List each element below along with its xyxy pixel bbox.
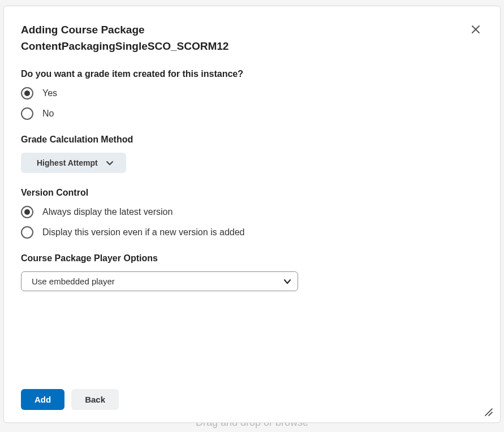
chevron-down-icon (106, 159, 114, 167)
modal-footer: Add Back (21, 378, 483, 410)
svg-line-2 (485, 409, 492, 416)
player-options-label: Course Package Player Options (21, 253, 483, 263)
radio-label: No (42, 109, 54, 119)
modal-title: Adding Course Package ContentPackagingSi… (21, 22, 229, 54)
radio-icon (21, 87, 33, 100)
radio-label: Yes (42, 88, 57, 98)
svg-line-3 (489, 412, 492, 416)
version-latest-radio[interactable]: Always display the latest version (21, 206, 483, 218)
radio-icon (21, 226, 33, 239)
modal-header: Adding Course Package ContentPackagingSi… (21, 22, 483, 54)
grade-item-yes-radio[interactable]: Yes (21, 87, 483, 100)
player-options-select-wrap: Use embedded player (21, 271, 298, 291)
radio-label: Always display the latest version (42, 207, 173, 217)
player-options-section: Course Package Player Options Use embedd… (21, 253, 483, 291)
modal-title-line2: ContentPackagingSingleSCO_SCORM12 (21, 40, 229, 52)
close-icon (471, 24, 481, 34)
grade-calc-dropdown[interactable]: Highest Attempt (21, 153, 126, 173)
resize-handle-icon[interactable] (483, 407, 493, 417)
player-options-select[interactable]: Use embedded player (21, 271, 298, 291)
radio-icon (21, 107, 33, 120)
modal-title-line1: Adding Course Package (21, 24, 145, 36)
grade-calc-label: Grade Calculation Method (21, 135, 483, 145)
add-button[interactable]: Add (21, 389, 64, 410)
grade-item-section: Do you want a grade item created for thi… (21, 69, 483, 120)
radio-icon (21, 206, 33, 218)
add-course-package-modal: Adding Course Package ContentPackagingSi… (3, 6, 501, 423)
version-control-section: Version Control Always display the lates… (21, 188, 483, 239)
grade-item-question: Do you want a grade item created for thi… (21, 69, 483, 79)
grade-calc-section: Grade Calculation Method Highest Attempt (21, 135, 483, 173)
grade-calc-selected: Highest Attempt (37, 158, 98, 167)
version-control-label: Version Control (21, 188, 483, 198)
grade-item-no-radio[interactable]: No (21, 107, 483, 120)
version-fixed-radio[interactable]: Display this version even if a new versi… (21, 226, 483, 239)
back-button[interactable]: Back (71, 389, 119, 410)
close-button[interactable] (468, 22, 483, 37)
radio-label: Display this version even if a new versi… (42, 227, 245, 237)
